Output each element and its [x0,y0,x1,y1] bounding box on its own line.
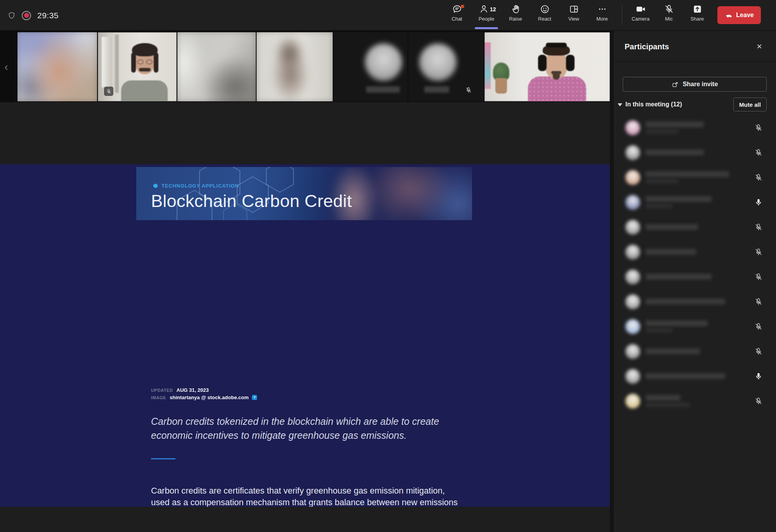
camera-label: Camera [632,16,649,22]
participant-row[interactable] [614,140,776,165]
article-category: TECHNOLOGY APPLICATION [153,183,239,189]
participant-subtitle-blurred [646,403,690,407]
slide-text-line: Carbon credits are certificates that ver… [151,485,462,497]
video-thumbnail-blurred-person-light[interactable] [257,32,333,101]
participant-row[interactable] [614,240,776,264]
section-collapse-caret-icon[interactable] [618,103,622,106]
view-button[interactable]: View [561,3,587,29]
view-label: View [568,16,579,22]
camera-icon [635,4,646,14]
mic-muted-icon[interactable] [754,322,763,331]
slide-text-line: economic incentives to mitigate greenhou… [151,428,439,442]
participant-row[interactable] [614,264,776,289]
leave-button[interactable]: Leave [717,6,761,24]
participant-name-blurred [646,224,698,230]
updated-label: UPDATED [151,387,173,394]
participant-subtitle-blurred [646,129,679,134]
shared-screen-content: TECHNOLOGY APPLICATION Blockchain Carbon… [0,164,610,507]
mic-muted-icon[interactable] [754,123,763,132]
participant-row[interactable] [614,339,776,364]
chat-button[interactable]: Chat [444,3,470,29]
filmstrip-prev-chevron-icon[interactable]: ‹ [2,60,11,73]
participant-row[interactable] [614,215,776,240]
mic-muted-icon [664,4,674,14]
recording-indicator-icon [22,11,31,20]
mic-muted-icon[interactable] [754,173,763,182]
in-this-meeting-section: In this meeting (12) Mute all [614,97,776,112]
avatar [625,120,640,135]
participant-name-blurred [646,395,681,401]
participant-row[interactable] [614,190,776,215]
slide-text-line: Carbon credits tokenized in the blockcha… [151,414,439,428]
participant-name-blurred [646,348,700,354]
share-button[interactable]: Share [684,3,710,29]
mic-muted-icon[interactable] [754,223,763,231]
participant-name-blurred [646,249,696,255]
participant-subtitle-blurred [646,328,673,332]
participant-name-blurred [646,274,712,280]
participant-row[interactable] [614,364,776,389]
people-button[interactable]: 12 People [474,3,499,29]
accent-divider [151,458,175,459]
article-paragraph-1: Carbon credits are certificates that ver… [151,485,462,507]
mic-on-icon[interactable] [754,372,763,381]
mic-muted-icon[interactable] [754,273,763,281]
avatar [625,195,640,210]
meeting-timer: 29:35 [37,11,59,20]
participant-row[interactable] [614,289,776,314]
avatar [625,269,640,284]
video-thumbnail-video-person-mustache[interactable] [98,32,177,101]
chat-label: Chat [451,16,462,22]
raise-hand-button[interactable]: Raise [503,3,528,29]
more-button[interactable]: More [589,3,615,29]
mic-on-icon[interactable] [754,198,763,207]
active-tab-underline [475,27,498,29]
avatar [625,394,640,409]
react-smiley-icon [540,4,550,14]
participants-panel-title: Participants [625,42,669,51]
article-meta: UPDATED AUG 31, 2023 IMAGE shintartanya … [151,386,257,401]
participant-name-blurred [646,150,704,155]
participant-row[interactable] [614,165,776,190]
mic-muted-icon[interactable] [754,148,763,157]
article-lede: Carbon credits tokenized in the blockcha… [151,414,439,442]
share-invite-button[interactable]: Share invite [623,77,767,92]
close-panel-icon[interactable]: ✕ [754,42,764,52]
article-title: Blockchain Carbon Credit [151,191,352,211]
timer-group: 29:35 [8,0,59,31]
image-label: IMAGE [151,394,166,402]
mic-muted-icon[interactable] [754,347,763,356]
mic-muted-icon [407,87,408,94]
video-thumbnail-initials-placeholder[interactable] [333,32,408,101]
panel-divider [614,61,776,62]
view-layout-icon [569,4,579,14]
more-ellipsis-icon [597,4,608,14]
participant-name-blurred [424,86,449,93]
mic-muted-icon[interactable] [754,397,763,405]
mic-muted-icon [104,87,113,96]
section-label: In this meeting (12) [625,101,682,108]
share-invite-label: Share invite [683,81,718,88]
camera-button[interactable]: Camera [628,3,653,29]
mic-muted-icon[interactable] [754,248,763,256]
mic-button[interactable]: Mic [656,3,682,29]
avatar [625,170,640,185]
video-thumbnail-video-person-headphones[interactable] [484,32,610,101]
video-thumbnail-blurred-person-warm[interactable] [17,32,97,101]
participant-name-blurred [646,320,708,326]
participant-row[interactable] [614,314,776,339]
more-label: More [596,16,608,22]
video-thumbnail-blurred-room[interactable] [177,32,256,101]
people-label: People [479,16,494,22]
hang-up-icon [724,11,733,19]
participant-row[interactable] [614,115,776,140]
react-button[interactable]: React [532,3,557,29]
react-label: React [538,16,551,22]
video-thumbnail-initials-placeholder[interactable] [408,32,484,101]
mute-all-button[interactable]: Mute all [733,97,767,111]
participant-row[interactable] [614,389,776,414]
participant-name-blurred [646,171,729,177]
toolbar-divider [622,5,622,25]
mic-muted-icon[interactable] [754,297,763,306]
participant-name-blurred [646,196,712,202]
